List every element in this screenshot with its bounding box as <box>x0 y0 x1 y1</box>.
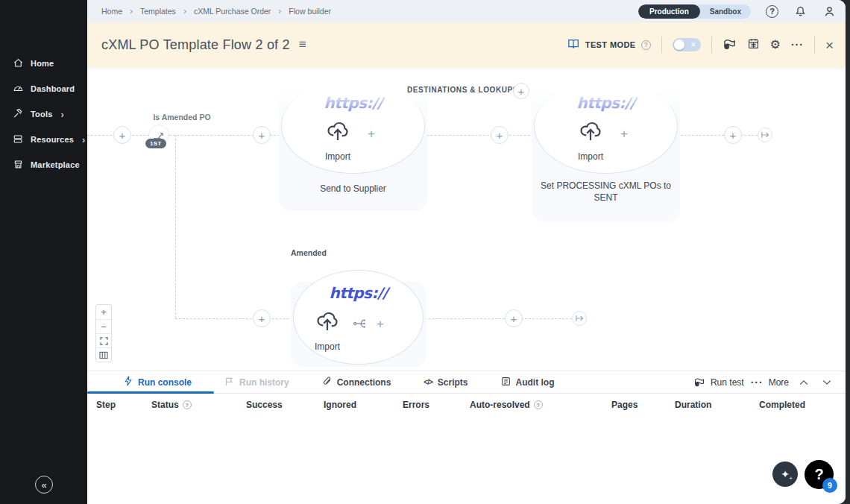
amended-branch-label: Amended <box>291 248 327 257</box>
cloud-import-icon <box>577 118 604 148</box>
notifications-bell-icon[interactable] <box>793 4 808 19</box>
dashboard-icon <box>13 83 24 95</box>
import-step-bubble[interactable]: https:// Import + <box>534 78 678 174</box>
sidebar: Home Dashboard Tools › Resources <box>0 0 87 504</box>
tab-connections[interactable]: Connections <box>306 371 408 393</box>
canvas-zoom-controls: + − <box>95 304 112 362</box>
breadcrumb-templates[interactable]: Templates <box>140 7 176 16</box>
column-header-duration: Duration <box>675 400 711 410</box>
add-step-button[interactable]: + <box>724 126 742 144</box>
tab-scripts[interactable]: </> Scripts <box>407 371 484 393</box>
breadcrumb-flow-builder: Flow builder <box>289 7 331 16</box>
main-area: Home › Templates › cXML Purchase Order ›… <box>87 0 846 504</box>
column-header-success: Success <box>246 400 283 410</box>
run-test-button[interactable]: ! Run test <box>693 377 744 389</box>
branch-connector-line <box>175 135 176 318</box>
sparkle-icon: ✦ <box>781 468 790 480</box>
column-header-errors: Errors <box>403 400 429 410</box>
run-flow-icon: ! <box>693 377 705 389</box>
marketplace-icon <box>13 159 24 171</box>
fit-to-screen-button[interactable] <box>96 333 111 347</box>
zoom-out-button[interactable]: − <box>96 319 111 333</box>
add-step-button[interactable]: + <box>113 126 131 144</box>
add-destination-button[interactable]: + <box>513 83 529 99</box>
schedule-calendar-icon[interactable] <box>747 37 760 53</box>
sidebar-item-home[interactable]: Home <box>0 51 87 76</box>
run-flow-icon[interactable]: ! <box>722 37 737 53</box>
branch-end-icon <box>572 311 587 326</box>
step-caption: Set PROCESSING cXML POs to SENT <box>538 180 674 204</box>
http-connector-logo: https:// <box>535 94 677 112</box>
add-step-button[interactable]: + <box>253 309 271 327</box>
flow-description-icon[interactable]: ≡ <box>299 37 306 52</box>
step-caption: Send to Supplier <box>285 183 421 195</box>
minimap-button[interactable] <box>96 347 111 362</box>
console-tab-bar: Run console Run history Connections </> <box>87 371 846 394</box>
sidebar-item-tools[interactable]: Tools › <box>0 101 87 127</box>
run-history-icon <box>224 377 234 388</box>
code-icon: </> <box>424 378 432 386</box>
step-type-label: Import <box>282 151 394 162</box>
sidebar-item-resources[interactable]: Resources › <box>0 127 87 152</box>
more-button[interactable]: ··· More <box>751 377 789 388</box>
step-type-label: Import <box>535 151 646 162</box>
add-step-button[interactable]: + <box>253 126 271 144</box>
chevron-right-icon: › <box>130 6 133 16</box>
test-mode-label: TEST MODE <box>585 40 636 49</box>
sidebar-item-label: Tools <box>31 110 53 119</box>
settings-gear-icon[interactable]: ⚙ <box>770 39 781 51</box>
sidebar-item-label: Home <box>31 59 54 68</box>
divider <box>814 37 815 53</box>
import-step-bubble[interactable]: https:// Import + <box>293 270 424 365</box>
sidebar-item-marketplace[interactable]: Marketplace <box>0 152 87 177</box>
http-connector-logo: https:// <box>294 284 423 302</box>
branch-step-icon[interactable] <box>353 318 367 333</box>
first-branch-badge: 1ST <box>145 139 166 148</box>
destinations-section-header: DESTINATIONS & LOOKUPS <box>407 86 518 94</box>
tools-icon <box>13 108 24 121</box>
test-mode-indicator: TEST MODE ? <box>567 38 651 52</box>
import-step-bubble[interactable]: https:// Import + <box>281 78 425 174</box>
environment-toggle: Production Sandbox <box>638 4 751 19</box>
more-actions-icon[interactable]: ··· <box>791 39 804 51</box>
breadcrumb-cxml-purchase-order[interactable]: cXML Purchase Order <box>194 7 271 16</box>
add-processor-icon[interactable]: + <box>368 127 375 142</box>
help-icon[interactable]: ? <box>183 400 192 409</box>
add-processor-icon[interactable]: + <box>620 127 628 142</box>
close-icon[interactable]: × <box>825 38 834 52</box>
production-toggle-button[interactable]: Production <box>638 4 700 19</box>
sidebar-item-dashboard[interactable]: Dashboard <box>0 76 87 101</box>
sidebar-item-label: Dashboard <box>31 84 75 93</box>
flow-canvas[interactable]: https:// Import + Send to Supplier https… <box>87 67 846 371</box>
add-processor-icon[interactable]: + <box>377 317 384 332</box>
zoom-in-button[interactable]: + <box>96 305 111 319</box>
sidebar-collapse-button[interactable]: « <box>35 476 53 494</box>
user-account-icon[interactable] <box>822 4 837 19</box>
breadcrumb-home[interactable]: Home <box>101 7 122 16</box>
add-step-button[interactable]: + <box>491 126 509 144</box>
audit-log-icon <box>501 377 511 388</box>
add-step-button[interactable]: + <box>505 309 523 327</box>
column-header-completed: Completed <box>759 400 805 410</box>
tab-run-console[interactable]: Run console <box>107 371 208 393</box>
home-icon <box>13 57 24 70</box>
lightning-icon <box>124 376 133 388</box>
step-type-label: Import <box>294 341 361 352</box>
test-mode-toggle[interactable]: × <box>673 38 701 51</box>
plus-icon: + <box>789 475 793 482</box>
collapse-icon: « <box>41 479 46 491</box>
bottom-console-panel: Run console Run history Connections </> <box>87 371 846 504</box>
help-icon[interactable]: ? <box>641 40 651 50</box>
chevron-right-icon: › <box>82 135 86 145</box>
help-icon[interactable]: ? <box>766 5 778 18</box>
expand-panel-button[interactable] <box>796 374 812 391</box>
divider <box>661 37 662 53</box>
sandbox-toggle-button[interactable]: Sandbox <box>700 7 751 16</box>
flow-step-set-processing: https:// Import + Set PROCESSING cXML PO… <box>532 78 680 221</box>
chevron-right-icon: › <box>183 6 186 16</box>
ai-assistant-button[interactable]: ✦ + <box>772 462 798 487</box>
collapse-panel-button[interactable] <box>819 374 835 391</box>
app-window: Home Dashboard Tools › Resources <box>0 0 846 504</box>
tab-audit-log[interactable]: Audit log <box>485 371 571 393</box>
help-icon[interactable]: ? <box>534 400 543 409</box>
